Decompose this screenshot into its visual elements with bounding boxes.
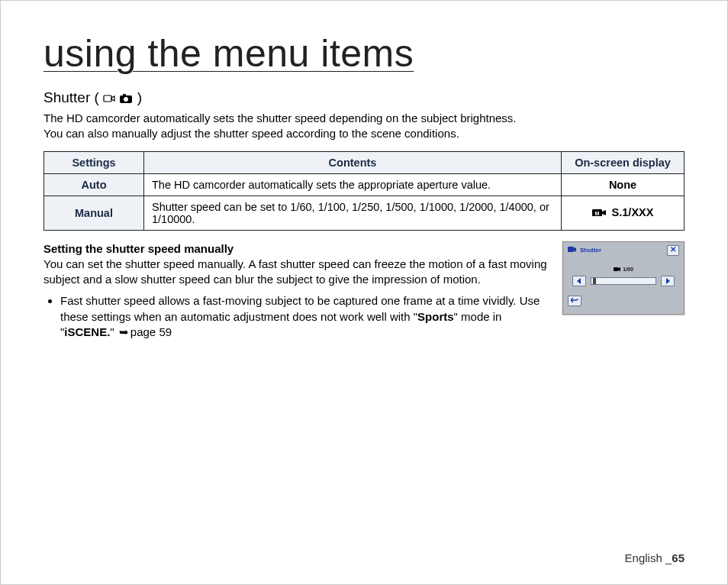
footer-page-number: 65 [672, 551, 685, 564]
bullet-page-ref: page 59 [130, 325, 172, 338]
svg-rect-6 [568, 247, 574, 252]
svg-rect-3 [123, 94, 126, 96]
lcd-close-button[interactable]: ✕ [667, 245, 679, 256]
lcd-title-text: Shutter [580, 247, 601, 254]
manual-list: Fast shutter speed allows a fast-moving … [43, 293, 552, 340]
triangle-left-icon [577, 278, 581, 284]
desc-line-2: You can also manually adjust the shutter… [43, 127, 459, 140]
lcd-value: 1/60 [568, 267, 679, 273]
table-row: Auto The HD camcorder automatically sets… [44, 173, 685, 196]
manual-section: Setting the shutter speed manually You c… [43, 241, 685, 341]
bullet-sports: Sports [417, 310, 454, 323]
svg-text:M: M [594, 210, 599, 215]
svg-rect-0 [104, 95, 111, 102]
cell-display: M S.1/XXX [562, 196, 685, 230]
page-title: using the menu items [43, 31, 685, 76]
lcd-slider [568, 276, 679, 286]
lcd-title: Shutter [568, 246, 601, 255]
cell-display: None [562, 173, 685, 196]
lcd-next-button[interactable] [661, 276, 675, 286]
camera-m-icon: M [592, 208, 610, 220]
cell-display-text: S.1/XXX [612, 206, 654, 218]
svg-point-2 [124, 97, 128, 102]
return-arrow-icon [571, 298, 578, 304]
section-description: The HD camcorder automatically sets the … [43, 111, 685, 142]
lcd-slider-track[interactable] [591, 277, 656, 285]
video-mode-icon [103, 91, 115, 108]
manual-bullet: Fast shutter speed allows a fast-moving … [60, 293, 552, 340]
lcd-back-button[interactable] [568, 296, 581, 306]
table-header-row: Settings Contents On-screen display [44, 151, 685, 173]
section-heading-suffix: ) [137, 89, 142, 105]
cell-setting: Manual [44, 196, 144, 230]
lcd-prev-button[interactable] [572, 276, 586, 286]
lcd-value-text: 1/60 [623, 267, 633, 272]
manual-page: using the menu items Shutter ( ) The HD … [0, 0, 728, 585]
lcd-video-icon [568, 246, 577, 255]
bullet-iscene: iSCENE. [64, 325, 110, 338]
manual-heading: Setting the shutter speed manually [43, 241, 552, 257]
settings-table: Settings Contents On-screen display Auto… [43, 151, 685, 231]
triangle-right-icon [665, 278, 670, 284]
manual-text: Setting the shutter speed manually You c… [43, 241, 552, 341]
th-settings: Settings [44, 151, 144, 173]
footer-language: English [625, 551, 665, 564]
section-heading: Shutter ( ) [43, 89, 685, 108]
photo-mode-icon [119, 91, 133, 108]
cell-contents: Shutter speed can be set to 1/60, 1/100,… [144, 196, 562, 230]
lcd-value-icon [614, 267, 621, 273]
manual-paragraph: You can set the shutter speed manually. … [43, 257, 552, 288]
lcd-preview: Shutter ✕ 1/60 [562, 241, 685, 315]
link-arrow-icon: ➥ [119, 325, 129, 338]
desc-line-1: The HD camcorder automatically sets the … [43, 112, 517, 124]
th-contents: Contents [144, 151, 562, 173]
bullet-text-post: " [110, 325, 118, 338]
th-display: On-screen display [562, 151, 685, 173]
cell-setting: Auto [44, 173, 144, 196]
section-heading-prefix: Shutter ( [43, 89, 99, 105]
cell-contents: The HD camcorder automatically sets the … [144, 173, 562, 196]
table-row: Manual Shutter speed can be set to 1/60,… [44, 196, 685, 230]
lcd-header: Shutter ✕ [568, 245, 679, 256]
page-footer: English _65 [625, 551, 685, 564]
svg-rect-7 [614, 267, 618, 271]
